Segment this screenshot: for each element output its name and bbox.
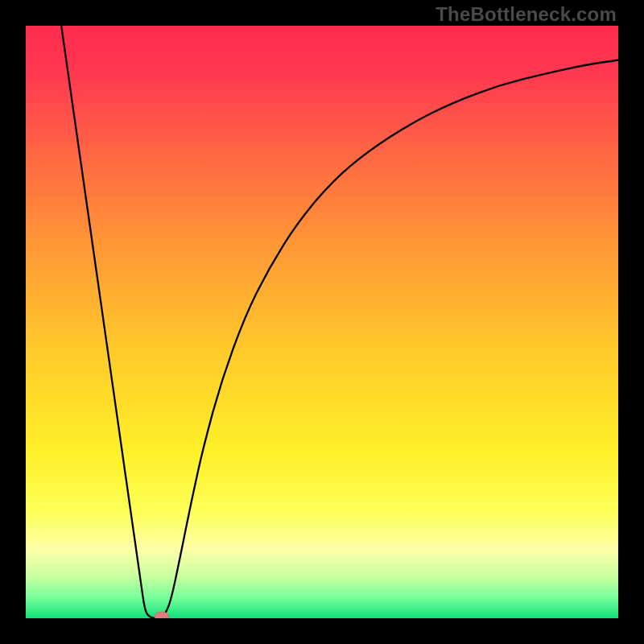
- curve-layer: [26, 26, 618, 618]
- plot-area: [26, 26, 618, 618]
- attribution-text: TheBottleneck.com: [436, 3, 617, 26]
- chart-frame: TheBottleneck.com: [0, 0, 644, 644]
- optimum-marker: [155, 611, 169, 618]
- bottleneck-curve: [61, 26, 618, 618]
